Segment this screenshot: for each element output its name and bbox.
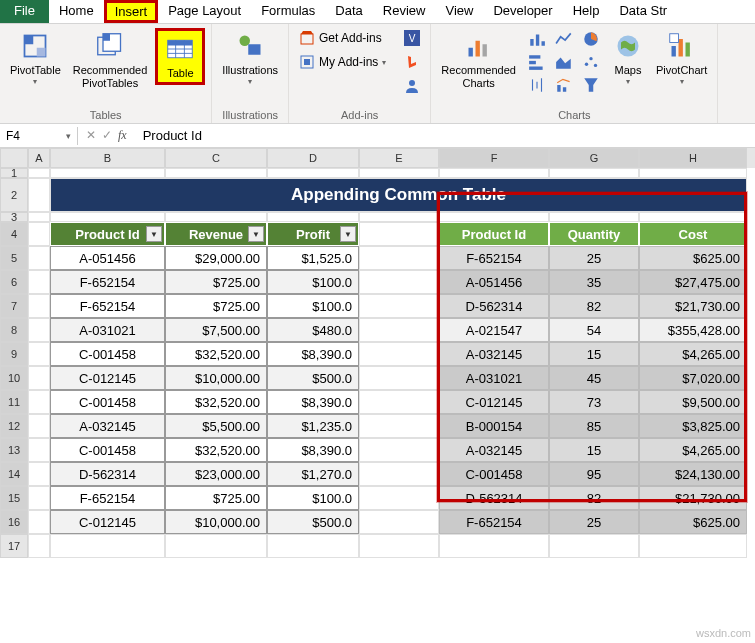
cell[interactable]: $32,520.00 (165, 438, 267, 462)
cell[interactable] (359, 486, 439, 510)
pivottable-button[interactable]: PivotTable ▾ (6, 28, 65, 89)
cell[interactable] (359, 366, 439, 390)
cell[interactable]: A-051456 (439, 270, 549, 294)
cell[interactable] (359, 270, 439, 294)
cell[interactable]: $100.0 (267, 270, 359, 294)
row-header[interactable]: 12 (0, 414, 28, 438)
cell[interactable]: 35 (549, 270, 639, 294)
cell[interactable]: $480.0 (267, 318, 359, 342)
cell[interactable]: $1,270.0 (267, 462, 359, 486)
col-header-E[interactable]: E (359, 148, 439, 168)
row-header[interactable]: 13 (0, 438, 28, 462)
cell[interactable] (439, 168, 549, 178)
col-header-D[interactable]: D (267, 148, 359, 168)
cell[interactable] (359, 390, 439, 414)
my-addins-button[interactable]: My Add-ins ▾ (295, 52, 390, 72)
cell[interactable] (50, 534, 165, 558)
cell[interactable] (549, 212, 639, 222)
cell[interactable]: $9,500.00 (639, 390, 747, 414)
row-header[interactable]: 2 (0, 178, 28, 212)
chart-scatter-button[interactable] (578, 51, 604, 73)
row-header[interactable]: 4 (0, 222, 28, 246)
cell[interactable]: $10,000.00 (165, 510, 267, 534)
tab-page-layout[interactable]: Page Layout (158, 0, 251, 23)
row-header[interactable]: 17 (0, 534, 28, 558)
cell[interactable] (28, 168, 50, 178)
cell[interactable]: F-652154 (50, 294, 165, 318)
tab-formulas[interactable]: Formulas (251, 0, 325, 23)
cell[interactable]: $7,500.00 (165, 318, 267, 342)
table-header[interactable]: Product Id▼ (50, 222, 165, 246)
cell[interactable]: C-001458 (439, 462, 549, 486)
filter-button[interactable]: ▼ (248, 226, 264, 242)
enter-icon[interactable]: ✓ (102, 128, 112, 143)
cell[interactable]: A-051456 (50, 246, 165, 270)
cell[interactable]: 85 (549, 414, 639, 438)
cell[interactable] (28, 486, 50, 510)
cell[interactable] (359, 534, 439, 558)
visio-addin-button[interactable]: V (400, 28, 424, 48)
cell[interactable] (359, 222, 439, 246)
cell[interactable]: $1,525.0 (267, 246, 359, 270)
chart-combo-button[interactable] (551, 74, 577, 96)
cell[interactable]: A-021547 (439, 318, 549, 342)
cell[interactable]: $29,000.00 (165, 246, 267, 270)
row-header[interactable]: 14 (0, 462, 28, 486)
cell[interactable] (28, 414, 50, 438)
row-header[interactable]: 3 (0, 212, 28, 222)
cell[interactable]: A-031021 (439, 366, 549, 390)
cell[interactable] (359, 414, 439, 438)
cell[interactable] (28, 462, 50, 486)
cell[interactable] (359, 438, 439, 462)
cell[interactable] (28, 222, 50, 246)
cell[interactable]: 73 (549, 390, 639, 414)
name-box[interactable]: F4▾ (0, 127, 78, 145)
cell[interactable]: $4,265.00 (639, 438, 747, 462)
chart-funnel-button[interactable] (578, 74, 604, 96)
bing-addin-button[interactable] (400, 52, 424, 72)
cell[interactable] (549, 534, 639, 558)
cell[interactable] (359, 510, 439, 534)
row-header[interactable]: 11 (0, 390, 28, 414)
people-addin-button[interactable] (400, 76, 424, 96)
cell[interactable] (359, 294, 439, 318)
cell[interactable]: $1,235.0 (267, 414, 359, 438)
cell[interactable]: C-001458 (50, 390, 165, 414)
table-header[interactable]: Revenue▼ (165, 222, 267, 246)
cell[interactable] (439, 212, 549, 222)
tab-insert[interactable]: Insert (104, 0, 159, 23)
cell[interactable] (50, 212, 165, 222)
row-header[interactable]: 10 (0, 366, 28, 390)
worksheet-grid[interactable]: A B C D E F G H 12Appending Common Table… (0, 148, 755, 558)
cell[interactable]: $4,265.00 (639, 342, 747, 366)
cell[interactable]: $625.00 (639, 510, 747, 534)
row-header[interactable]: 7 (0, 294, 28, 318)
cell[interactable]: F-652154 (50, 486, 165, 510)
cell[interactable] (267, 534, 359, 558)
table-header[interactable]: Cost (639, 222, 747, 246)
maps-button[interactable]: Maps ▾ (608, 28, 648, 89)
chart-pie-button[interactable] (578, 28, 604, 50)
col-header-G[interactable]: G (549, 148, 639, 168)
cell[interactable]: $10,000.00 (165, 366, 267, 390)
select-all-cell[interactable] (0, 148, 28, 168)
cell[interactable]: 15 (549, 342, 639, 366)
cell[interactable] (165, 168, 267, 178)
cell[interactable] (28, 534, 50, 558)
cell[interactable]: C-001458 (50, 438, 165, 462)
cell[interactable]: $24,130.00 (639, 462, 747, 486)
cell[interactable]: $7,020.00 (639, 366, 747, 390)
cell[interactable]: 15 (549, 438, 639, 462)
cell[interactable]: $100.0 (267, 486, 359, 510)
filter-button[interactable]: ▼ (146, 226, 162, 242)
cell[interactable] (359, 318, 439, 342)
cell[interactable]: C-012145 (50, 366, 165, 390)
table-button[interactable]: Table (155, 28, 205, 85)
cell[interactable]: C-012145 (439, 390, 549, 414)
cell[interactable]: A-032145 (50, 414, 165, 438)
cell[interactable]: 45 (549, 366, 639, 390)
pivotchart-button[interactable]: PivotChart ▾ (652, 28, 711, 89)
col-header-F[interactable]: F (439, 148, 549, 168)
cell[interactable]: 82 (549, 294, 639, 318)
formula-input[interactable] (135, 126, 755, 145)
